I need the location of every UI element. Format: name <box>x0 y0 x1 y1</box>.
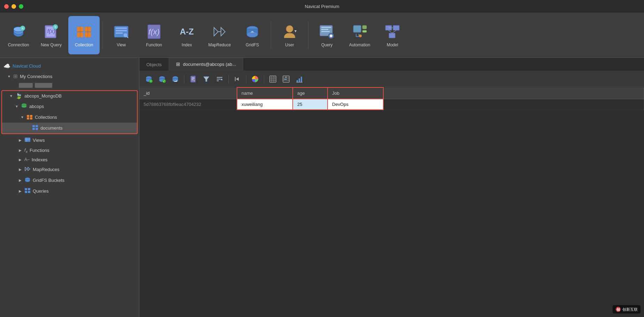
documents-icon <box>32 124 38 132</box>
svg-rect-20 <box>116 30 127 31</box>
collection-icon <box>75 23 93 40</box>
documents-collection[interactable]: documents <box>2 123 137 133</box>
model-icon <box>384 23 401 40</box>
cell-name[interactable]: xuweiliang <box>237 99 293 110</box>
tree-view-btn[interactable] <box>280 74 292 84</box>
indexes-item[interactable]: ▶ A– Indexes <box>0 155 139 164</box>
index-button[interactable]: A-Z Index <box>171 16 202 54</box>
queries-item[interactable]: ▶ Queries <box>0 186 139 196</box>
user-button[interactable]: User <box>274 16 305 54</box>
svg-rect-111 <box>284 79 287 80</box>
mapreduces-arrow: ▶ <box>18 168 22 171</box>
separator-2 <box>271 21 271 49</box>
chart-btn[interactable] <box>293 74 305 84</box>
abcops-mongodb-item[interactable]: ▼ 🍃 abcops_MongoDB <box>2 91 137 101</box>
user-label: User <box>285 42 294 47</box>
svg-rect-37 <box>321 29 328 30</box>
svg-rect-58 <box>30 117 32 119</box>
header-row: _id name age Job <box>139 87 644 99</box>
nav-first-btn[interactable] <box>231 74 243 84</box>
new-query-label: New Query <box>41 42 62 47</box>
views-item[interactable]: ▶ Views <box>0 135 139 146</box>
view-icon <box>113 23 130 40</box>
tab-bar: Objects ⊞ documents@abcops (ab... <box>139 58 644 71</box>
svg-rect-44 <box>362 30 367 32</box>
blurred-item-2 <box>35 83 52 88</box>
refresh-btn[interactable] <box>169 74 181 84</box>
automation-label: Automation <box>349 42 370 47</box>
abcops-mongodb-label: abcops_MongoDB <box>24 93 62 99</box>
mapreduces-item[interactable]: ▶ MapReduces <box>0 164 139 175</box>
minimize-button[interactable] <box>12 4 16 9</box>
sort-btn[interactable] <box>214 74 225 84</box>
filter-btn[interactable] <box>200 74 212 84</box>
view-label: View <box>117 42 126 47</box>
queries-label: Queries <box>33 188 49 194</box>
gridfs-button[interactable]: GridFS <box>237 16 268 54</box>
svg-text:+: + <box>22 26 24 30</box>
svg-line-51 <box>389 30 392 33</box>
abcops-db-item[interactable]: ▼ abcops <box>2 101 137 112</box>
cell-empty <box>383 99 644 110</box>
navicat-cloud-item[interactable]: ☁️ Navicat Cloud <box>0 61 139 71</box>
connection-button[interactable]: + Connection <box>3 16 34 54</box>
content-area: Objects ⊞ documents@abcops (ab... + <box>139 58 644 317</box>
appearance-btn[interactable] <box>249 74 261 84</box>
collections-folder[interactable]: ▼ Collections <box>2 112 137 123</box>
gridfs-label: GridFS Buckets <box>33 178 64 183</box>
svg-text:✓: ✓ <box>163 79 166 83</box>
tab-documents[interactable]: ⊞ documents@abcops (ab... <box>169 58 243 71</box>
query-button[interactable]: Query <box>311 16 343 54</box>
grid-view-btn[interactable] <box>267 74 279 84</box>
new-query-button[interactable]: f(x) + New Query <box>36 16 67 54</box>
data-sep-4 <box>264 75 264 83</box>
collection-button[interactable]: Collection <box>68 16 100 54</box>
tab-objects[interactable]: Objects <box>139 58 169 71</box>
svg-rect-72 <box>28 188 30 190</box>
documents-tab-label: documents@abcops (ab... <box>183 62 236 67</box>
cell-age[interactable]: 25 <box>293 99 328 110</box>
automation-icon <box>351 23 368 40</box>
svg-marker-28 <box>221 28 225 36</box>
data-table: _id name age Job 5d78863768fbf9eac470423… <box>139 87 644 110</box>
svg-rect-21 <box>116 32 123 34</box>
query-icon <box>318 23 336 40</box>
svg-rect-114 <box>299 78 300 82</box>
add-record-btn[interactable]: + <box>143 74 155 84</box>
cell-job[interactable]: DevOps <box>328 99 383 110</box>
mapreduce-icon <box>211 23 228 40</box>
functions-arrow: ▶ <box>18 148 22 152</box>
delete-record-btn[interactable]: ✓ <box>156 74 168 84</box>
model-button[interactable]: Model <box>377 16 408 54</box>
mongodb-icon: 🍃 <box>15 93 22 99</box>
table-row[interactable]: 5d78863768fbf9eac4704232 xuweiliang 25 D… <box>139 99 644 110</box>
abcops-mongodb-arrow: ▼ <box>9 94 13 98</box>
data-sep-2 <box>228 75 229 83</box>
my-connections-item[interactable]: ▼ ⊞ My Connections <box>0 71 139 81</box>
title-bar: Navicat Premium <box>0 0 644 13</box>
data-sep-3 <box>246 75 246 83</box>
abcops-mongodb-group: ▼ 🍃 abcops_MongoDB ▼ abcops ▼ <box>1 90 138 134</box>
functions-item[interactable]: ▶ fx Functions <box>0 146 139 155</box>
svg-rect-38 <box>321 31 330 32</box>
model-label: Model <box>387 42 398 47</box>
function-button[interactable]: f(x) Function <box>138 16 170 54</box>
table-header: _id name age Job <box>139 87 644 99</box>
automation-button[interactable]: Automation <box>344 16 375 54</box>
views-icon <box>24 137 31 144</box>
svg-rect-56 <box>30 115 32 117</box>
doc-btn[interactable] <box>187 74 199 84</box>
separator-3 <box>308 21 308 49</box>
view-button[interactable]: View <box>106 16 137 54</box>
svg-text:f(x): f(x) <box>148 28 160 36</box>
my-connections-label: My Connections <box>20 74 52 79</box>
connections-icon: ⊞ <box>13 73 18 79</box>
svg-marker-34 <box>294 30 297 32</box>
maximize-button[interactable] <box>19 4 23 9</box>
svg-text:+: + <box>150 79 152 83</box>
collections-label: Collections <box>35 115 57 120</box>
gridfs-item[interactable]: ▶ GridFS Buckets <box>0 175 139 186</box>
mapreduce-button[interactable]: MapReduce <box>204 16 235 54</box>
close-button[interactable] <box>4 4 9 9</box>
connection-row-1[interactable] <box>0 81 139 90</box>
